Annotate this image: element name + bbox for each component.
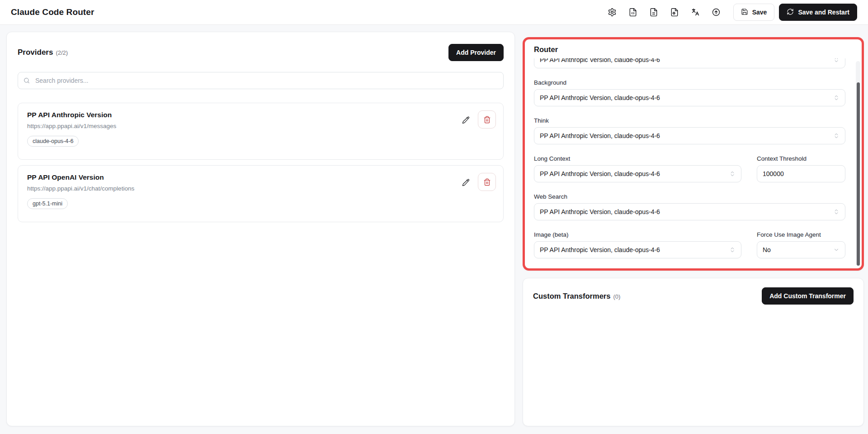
router-content: PP API Anthropic Version, claude-opus-4-…	[534, 58, 845, 258]
config-file-gear-icon[interactable]	[666, 4, 683, 20]
provider-card-openai: PP API OpenAI Version https://app.ppapi.…	[18, 165, 504, 222]
edit-provider-button[interactable]	[458, 112, 473, 127]
force-image-agent-select[interactable]: No	[757, 241, 845, 258]
chevron-up-down-icon	[833, 95, 840, 101]
field-label: Force Use Image Agent	[757, 231, 845, 238]
router-scrollbar-track[interactable]	[856, 61, 860, 266]
background-select[interactable]: PP API Anthropic Version, claude-opus-4-…	[534, 89, 845, 106]
provider-card-anthropic: PP API Anthropic Version https://app.ppa…	[18, 103, 504, 160]
save-and-restart-button[interactable]: Save and Restart	[779, 4, 857, 21]
delete-provider-button[interactable]	[478, 110, 496, 129]
router-field-force-image-agent: Force Use Image Agent No	[757, 231, 845, 258]
chevron-up-down-icon	[729, 171, 736, 177]
log-file-icon[interactable]	[646, 4, 662, 20]
search-providers-input[interactable]	[18, 72, 504, 89]
field-label: Long Context	[534, 155, 741, 162]
providers-header: Providers(2/2) Add Provider	[18, 44, 504, 61]
force-image-agent-value: No	[763, 246, 771, 253]
providers-count: (2/2)	[56, 49, 68, 56]
providers-panel: Providers(2/2) Add Provider PP API Anthr…	[6, 32, 515, 426]
chevron-up-down-icon	[833, 58, 840, 63]
trash-icon	[483, 178, 491, 186]
settings-gear-icon[interactable]	[604, 4, 620, 20]
add-custom-transformer-label: Add Custom Transformer	[769, 292, 846, 300]
update-circle-arrow-up-icon[interactable]	[708, 4, 724, 20]
model-badge: claude-opus-4-6	[27, 136, 79, 147]
image-select[interactable]: PP API Anthropic Version, claude-opus-4-…	[534, 241, 741, 258]
field-label: Background	[534, 79, 845, 86]
chevron-up-down-icon	[833, 133, 840, 139]
provider-actions	[458, 173, 496, 191]
router-field-context-threshold: Context Threshold	[757, 155, 845, 182]
edit-provider-button[interactable]	[458, 174, 473, 190]
provider-list: PP API Anthropic Version https://app.ppa…	[18, 103, 504, 222]
router-field-long-context-row: Long Context PP API Anthropic Version, c…	[534, 155, 845, 182]
chevron-down-icon	[833, 247, 840, 253]
save-floppy-icon	[741, 8, 748, 17]
router-field-image-row: Image (beta) PP API Anthropic Version, c…	[534, 231, 845, 258]
web-search-select[interactable]: PP API Anthropic Version, claude-opus-4-…	[534, 203, 845, 220]
context-threshold-input[interactable]	[757, 165, 845, 182]
field-label: Web Search	[534, 193, 845, 200]
pencil-icon	[462, 178, 470, 186]
language-translate-icon[interactable]	[687, 4, 703, 20]
provider-name: PP API Anthropic Version	[27, 111, 494, 119]
router-panel-highlighted: Router PP API Anthropic Version, claude-…	[523, 37, 864, 271]
save-and-restart-label: Save and Restart	[798, 9, 849, 16]
think-value: PP API Anthropic Version, claude-opus-4-…	[540, 132, 660, 139]
restart-refresh-icon	[787, 8, 794, 17]
think-select[interactable]: PP API Anthropic Version, claude-opus-4-…	[534, 127, 845, 144]
custom-transformers-header: Custom Transformers(0) Add Custom Transf…	[533, 287, 854, 305]
provider-name: PP API OpenAI Version	[27, 173, 494, 181]
router-title: Router	[534, 45, 853, 54]
field-label: Image (beta)	[534, 231, 741, 238]
save-button-label: Save	[752, 9, 767, 16]
model-badge: gpt-5.1-mini	[27, 198, 68, 209]
provider-url: https://app.ppapi.ai/v1/messages	[27, 123, 494, 129]
image-value: PP API Anthropic Version, claude-opus-4-…	[540, 246, 660, 253]
long-context-value: PP API Anthropic Version, claude-opus-4-…	[540, 170, 660, 177]
provider-actions	[458, 110, 496, 129]
providers-title: Providers(2/2)	[18, 48, 68, 57]
router-field-think: Think PP API Anthropic Version, claude-o…	[534, 117, 845, 144]
trash-icon	[483, 116, 491, 124]
router-field-background: Background PP API Anthropic Version, cla…	[534, 79, 845, 106]
chevron-up-down-icon	[833, 209, 840, 215]
add-custom-transformer-button[interactable]: Add Custom Transformer	[762, 287, 854, 305]
json-config-file-icon[interactable]	[625, 4, 641, 20]
delete-provider-button[interactable]	[478, 173, 496, 191]
app-title: Claude Code Router	[11, 7, 94, 17]
router-scroll-viewport: PP API Anthropic Version, claude-opus-4-…	[534, 58, 853, 262]
custom-transformers-panel: Custom Transformers(0) Add Custom Transf…	[523, 278, 864, 426]
pencil-icon	[462, 116, 470, 124]
field-label: Think	[534, 117, 845, 124]
custom-transformers-count: (0)	[613, 293, 620, 300]
chevron-up-down-icon	[729, 247, 736, 253]
search-icon	[23, 77, 30, 84]
header-toolbar: Save Save and Restart	[604, 4, 857, 21]
router-field-image: Image (beta) PP API Anthropic Version, c…	[534, 231, 741, 258]
router-field-long-context: Long Context PP API Anthropic Version, c…	[534, 155, 741, 182]
provider-search	[18, 72, 504, 89]
field-label: Context Threshold	[757, 155, 845, 162]
router-default-value: PP API Anthropic Version, claude-opus-4-…	[540, 58, 660, 63]
router-default-select-clipped[interactable]: PP API Anthropic Version, claude-opus-4-…	[534, 58, 845, 68]
add-provider-label: Add Provider	[456, 49, 496, 56]
add-provider-button[interactable]: Add Provider	[448, 44, 504, 61]
router-field-web-search: Web Search PP API Anthropic Version, cla…	[534, 193, 845, 220]
save-button[interactable]: Save	[733, 4, 775, 21]
custom-transformers-title: Custom Transformers(0)	[533, 292, 620, 300]
provider-url: https://app.ppapi.ai/v1/chat/completions	[27, 185, 494, 192]
app-header: Claude Code Router Save	[0, 0, 868, 25]
router-scrollbar-thumb[interactable]	[857, 82, 860, 266]
background-value: PP API Anthropic Version, claude-opus-4-…	[540, 94, 660, 101]
web-search-value: PP API Anthropic Version, claude-opus-4-…	[540, 208, 660, 215]
long-context-select[interactable]: PP API Anthropic Version, claude-opus-4-…	[534, 165, 741, 182]
